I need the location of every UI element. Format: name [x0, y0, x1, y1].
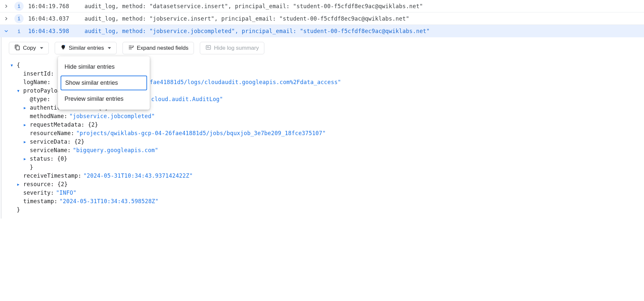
json-key: insertId:	[23, 70, 54, 77]
summary-text: , principal_email:	[215, 15, 279, 22]
severity-badge: i	[14, 2, 24, 11]
log-row[interactable]: i 16:04:43.037 audit_log, method: "jobse…	[0, 12, 644, 25]
menu-item-show-similar[interactable]: Show similar entries	[61, 76, 147, 90]
chevron-right-icon[interactable]	[15, 181, 21, 187]
json-key: resource: {2}	[23, 181, 68, 187]
summary-method: "datasetservice.insert"	[149, 3, 228, 9]
lightbulb-icon	[60, 44, 66, 52]
severity-badge: i	[14, 28, 24, 34]
chevron-right-icon[interactable]	[3, 3, 10, 9]
summary-email: "student-00-f5cfdf8ec9ac@qwiklabs.net"	[293, 3, 423, 9]
json-key: timestamp:	[23, 198, 57, 204]
expand-nested-button[interactable]: Expand nested fields	[123, 42, 194, 54]
detail-toolbar: Copy Similar entries Expand nested field…	[2, 37, 644, 59]
json-value: "2024-05-31T10:34:43.598528Z"	[59, 198, 159, 204]
json-key: severity:	[23, 189, 54, 196]
hide-summary-button[interactable]: Hide log summary	[200, 42, 264, 54]
log-summary: audit_log, method: "datasetservice.inser…	[85, 3, 423, 9]
caret-down-icon	[40, 47, 43, 49]
chevron-right-icon[interactable]	[3, 15, 10, 22]
log-timestamp: 16:04:43.037	[28, 15, 81, 22]
log-timestamp: 16:04:43.598	[28, 28, 81, 34]
similar-label: Similar entries	[69, 45, 104, 51]
chevron-right-icon[interactable]	[22, 121, 28, 128]
chevron-right-icon[interactable]	[22, 155, 28, 162]
json-key: logName:	[23, 79, 50, 85]
similar-entries-menu: Hide similar entries Show similar entrie…	[58, 56, 150, 110]
json-key: resourceName:	[30, 130, 74, 136]
json-key: status: {0}	[30, 155, 67, 162]
json-value: "2024-05-31T10:34:43.937142422Z"	[83, 172, 193, 179]
svg-rect-3	[207, 47, 210, 48]
log-row[interactable]: i 16:04:19.768 audit_log, method: "datas…	[0, 0, 644, 12]
hide-summary-label: Hide log summary	[214, 45, 259, 51]
json-value: "bigquery.googleapis.com"	[73, 147, 158, 153]
menu-item-hide-similar[interactable]: Hide similar entries	[58, 60, 150, 74]
log-summary: audit_log, method: "jobservice.jobcomple…	[85, 28, 430, 34]
log-summary: audit_log, method: "jobservice.insert", …	[85, 15, 409, 22]
json-brace: }	[30, 164, 33, 170]
summary-icon	[205, 44, 211, 52]
summary-method: "jobservice.insert"	[149, 15, 214, 22]
log-row-expanded[interactable]: i 16:04:43.598 audit_log, method: "jobse…	[0, 25, 644, 37]
copy-button[interactable]: Copy	[9, 42, 49, 54]
copy-icon	[14, 44, 20, 52]
copy-label: Copy	[23, 45, 36, 51]
json-value: "INFO"	[56, 189, 77, 196]
svg-point-0	[64, 45, 65, 46]
json-value: "projects/qwiklabs-gcp-04-26fae41881d5/j…	[76, 130, 326, 136]
caret-down-icon	[108, 47, 111, 49]
summary-text: audit_log, method:	[85, 28, 149, 34]
json-key: receiveTimestamp:	[23, 172, 81, 179]
menu-item-preview-similar[interactable]: Preview similar entries	[58, 92, 150, 106]
expand-label: Expand nested fields	[137, 45, 188, 51]
chevron-right-icon[interactable]	[22, 138, 28, 145]
json-key: methodName:	[30, 113, 67, 119]
chevron-down-icon[interactable]	[15, 87, 21, 94]
summary-text: , principal_email:	[235, 28, 300, 34]
json-value: 6fae41881d5/logs/cloudaudit.googleapis.c…	[146, 79, 341, 85]
json-value: cloud.audit.AuditLog"	[151, 96, 223, 102]
log-timestamp: 16:04:19.768	[28, 3, 81, 9]
summary-text: audit_log, method:	[85, 15, 149, 22]
log-detail-panel: Copy Similar entries Expand nested field…	[1, 37, 644, 219]
severity-badge: i	[14, 14, 24, 23]
chevron-down-icon[interactable]	[3, 28, 10, 34]
summary-email: "student-00-f5cfdf8ec9ac@qwiklabs.net"	[279, 15, 409, 22]
summary-text: audit_log, method:	[85, 3, 149, 9]
json-key: serviceData: {2}	[30, 138, 85, 145]
json-brace: {	[17, 62, 20, 68]
json-brace: }	[17, 206, 20, 213]
chevron-right-icon[interactable]	[22, 104, 28, 111]
chevron-down-icon[interactable]	[9, 62, 15, 68]
json-key: requestMetadata: {2}	[30, 121, 98, 128]
summary-text: , principal_email:	[228, 3, 293, 9]
summary-method: "jobservice.jobcompleted"	[149, 28, 235, 34]
json-key: serviceName:	[30, 147, 71, 153]
json-value: "jobservice.jobcompleted"	[69, 113, 155, 119]
expand-icon	[128, 44, 134, 52]
svg-rect-2	[207, 46, 209, 47]
similar-entries-button[interactable]: Similar entries	[55, 42, 117, 54]
summary-email: "student-00-f5cfdf8ec9ac@qwiklabs.net"	[300, 28, 430, 34]
json-key: @type:	[30, 96, 50, 102]
